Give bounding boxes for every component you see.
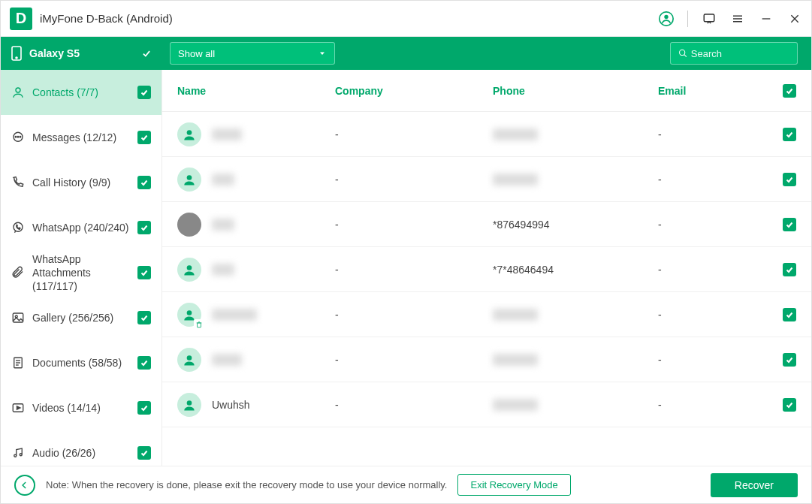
recover-button[interactable]: Recover (711, 473, 798, 497)
sidebar-check-icon[interactable] (137, 311, 151, 324)
caret-down-icon (318, 49, 327, 58)
contact-email: - (658, 354, 774, 366)
sidebar-item-document[interactable]: Documents (58/58) (1, 340, 161, 385)
sidebar-item-phone[interactable]: Call History (9/9) (1, 160, 161, 205)
sidebar-check-icon[interactable] (137, 131, 151, 144)
person-icon (11, 86, 25, 99)
sidebar-item-whatsapp[interactable]: WhatsApp (240/240) (1, 205, 161, 250)
sidebar-item-label: WhatsApp Attachments (117/117) (32, 252, 130, 294)
sidebar-check-icon[interactable] (137, 401, 151, 415)
svg-point-32 (187, 265, 192, 270)
app-title: iMyFone D-Back (Android) (40, 12, 173, 25)
table-row[interactable]: Uwuhsh-██████- (162, 382, 811, 427)
gallery-icon (11, 311, 25, 324)
sidebar-item-video[interactable]: Videos (14/14) (1, 385, 161, 430)
search-input[interactable] (691, 48, 789, 59)
table-row[interactable]: ████-██████- (162, 337, 811, 382)
device-check-icon (141, 48, 152, 59)
search-box[interactable] (670, 42, 798, 65)
audio-icon (11, 446, 25, 460)
table-row[interactable]: ███-*876494994- (162, 202, 811, 247)
filter-dropdown[interactable]: Show all (170, 42, 335, 65)
contact-email: - (658, 128, 774, 140)
sidebar-item-label: Contacts (7/7) (32, 86, 130, 99)
exit-recovery-button[interactable]: Exit Recovery Mode (457, 474, 570, 496)
col-email[interactable]: Email (658, 85, 774, 97)
row-checkbox[interactable] (774, 308, 796, 321)
sidebar: Contacts (7/7)Messages (12/12)Call Histo… (1, 70, 162, 466)
sidebar-item-label: WhatsApp (240/240) (32, 221, 130, 234)
contact-phone: ██████ (493, 354, 658, 366)
sidebar-item-attach[interactable]: WhatsApp Attachments (117/117) (1, 250, 161, 295)
svg-point-38 (187, 400, 192, 406)
svg-point-28 (14, 454, 17, 457)
sidebar-check-icon[interactable] (137, 86, 151, 99)
contact-company: - (335, 264, 493, 276)
footer: Note: When the recovery is done, please … (1, 466, 811, 503)
sidebar-item-label: Call History (9/9) (32, 176, 130, 189)
sidebar-item-label: Messages (12/12) (32, 131, 130, 144)
contact-company: - (335, 399, 493, 411)
whatsapp-icon (11, 221, 25, 234)
avatar (177, 258, 201, 282)
row-checkbox[interactable] (774, 128, 796, 141)
row-checkbox[interactable] (774, 173, 796, 186)
col-check-all[interactable] (774, 84, 796, 98)
table-row[interactable]: ████-██████- (162, 112, 811, 157)
contact-company: - (335, 128, 493, 140)
avatar (177, 393, 201, 417)
svg-point-12 (680, 50, 685, 55)
sidebar-item-label: Documents (58/58) (32, 356, 130, 370)
contact-company: - (335, 174, 493, 186)
menu-icon[interactable] (730, 11, 745, 26)
contact-email: - (658, 174, 774, 186)
sidebar-item-audio[interactable]: Audio (26/26) (1, 430, 161, 466)
sidebar-item-label: Gallery (256/256) (32, 311, 130, 324)
feedback-icon[interactable] (702, 11, 717, 26)
sidebar-check-icon[interactable] (137, 176, 151, 189)
account-icon[interactable] (659, 11, 674, 26)
contact-email: - (658, 219, 774, 231)
sidebar-check-icon[interactable] (137, 266, 151, 279)
search-icon (678, 48, 687, 59)
svg-point-16 (15, 137, 17, 138)
svg-line-13 (684, 55, 687, 57)
minimize-icon[interactable] (759, 11, 774, 26)
row-checkbox[interactable] (774, 353, 796, 367)
contact-email: - (658, 264, 774, 276)
main-content: Name Company Phone Email ████-██████-███… (162, 70, 811, 466)
col-company[interactable]: Company (335, 85, 493, 97)
device-selector[interactable]: Galaxy S5 (1, 37, 162, 70)
sidebar-item-message[interactable]: Messages (12/12) (1, 115, 161, 160)
contact-company: - (335, 309, 493, 321)
contact-name: ███ (212, 174, 234, 186)
row-checkbox[interactable] (774, 218, 796, 231)
sidebar-check-icon[interactable] (137, 446, 151, 460)
attach-icon (11, 266, 25, 279)
table-row[interactable]: ███-*7*48646494- (162, 247, 811, 292)
table-row[interactable]: ██████-██████- (162, 292, 811, 337)
back-button[interactable] (14, 475, 35, 496)
sidebar-check-icon[interactable] (137, 356, 151, 370)
contact-name: ████ (212, 128, 242, 140)
row-checkbox[interactable] (774, 263, 796, 276)
avatar (177, 122, 201, 146)
titlebar: D iMyFone D-Back (Android) (1, 1, 811, 37)
close-icon[interactable] (787, 11, 802, 26)
contact-name: ████ (212, 354, 242, 366)
contact-name: ███ (212, 219, 234, 231)
col-phone[interactable]: Phone (493, 85, 658, 97)
toolbar: Galaxy S5 Show all (1, 37, 811, 70)
sidebar-item-gallery[interactable]: Gallery (256/256) (1, 295, 161, 340)
deleted-icon (194, 319, 204, 330)
sidebar-check-icon[interactable] (137, 221, 151, 234)
col-name[interactable]: Name (177, 85, 335, 97)
phone-icon (11, 176, 25, 189)
svg-marker-27 (17, 406, 21, 410)
table-row[interactable]: ███-██████- (162, 157, 811, 202)
svg-point-30 (187, 130, 192, 135)
contact-company: - (335, 219, 493, 231)
row-checkbox[interactable] (774, 398, 796, 412)
video-icon (11, 401, 25, 415)
sidebar-item-person[interactable]: Contacts (7/7) (1, 70, 161, 115)
